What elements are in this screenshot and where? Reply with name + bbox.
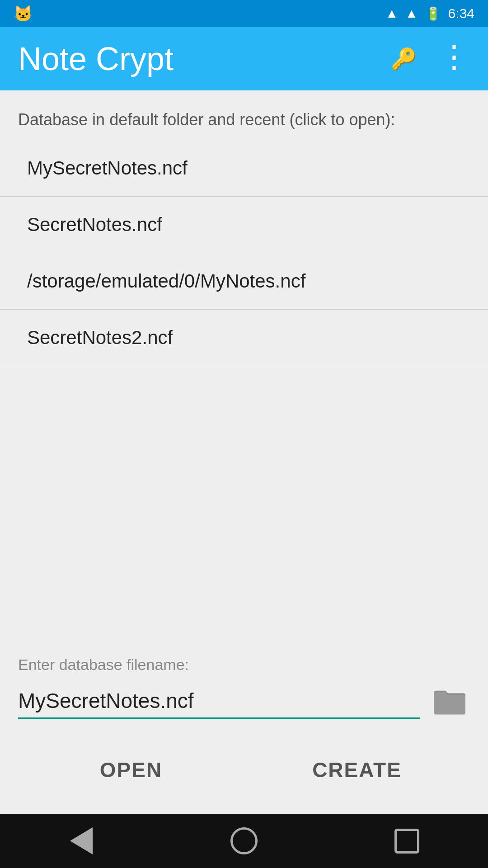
back-icon (70, 827, 93, 854)
list-item[interactable]: MySecretNotes.ncf (0, 140, 488, 197)
status-bar-left: 🐱 (14, 5, 33, 23)
file-name: SecretNotes.ncf (27, 214, 162, 235)
status-time: 6:34 (448, 6, 474, 21)
folder-icon (434, 688, 465, 715)
file-name: SecretNotes2.ncf (27, 327, 173, 348)
action-buttons: OPEN CREATE (18, 744, 470, 796)
app-title: Note Crypt (18, 40, 174, 77)
signal-icon: ▲ (405, 6, 418, 21)
wifi-icon: ▲ (385, 6, 398, 21)
list-item[interactable]: /storage/emulated/0/MyNotes.ncf (0, 253, 488, 310)
file-name: /storage/emulated/0/MyNotes.ncf (27, 270, 305, 292)
back-button[interactable] (63, 823, 99, 859)
open-button[interactable]: OPEN (18, 744, 244, 796)
filename-input[interactable] (18, 684, 420, 719)
toolbar-actions: 🔑 ⋮ (391, 47, 470, 71)
input-label: Enter database filename: (18, 656, 470, 674)
recents-button[interactable] (389, 823, 425, 859)
db-header: Database in default folder and recent (c… (0, 90, 488, 140)
svg-rect-1 (434, 694, 465, 714)
status-bar: 🐱 ▲ ▲ 🔋 6:34 (0, 0, 488, 27)
main-content: Database in default folder and recent (c… (0, 90, 488, 814)
folder-browse-button[interactable] (429, 681, 470, 722)
home-icon (230, 827, 258, 854)
status-bar-right: ▲ ▲ 🔋 6:34 (385, 6, 474, 21)
bottom-area: Enter database filename: OPEN CREATE (0, 642, 488, 814)
input-row (18, 681, 470, 722)
battery-icon: 🔋 (425, 6, 441, 21)
file-name: MySecretNotes.ncf (27, 157, 188, 179)
nav-bar (0, 814, 488, 868)
list-item[interactable]: SecretNotes2.ncf (0, 310, 488, 366)
key-icon[interactable]: 🔑 (391, 47, 416, 71)
home-button[interactable] (226, 823, 262, 859)
toolbar: Note Crypt 🔑 ⋮ (0, 27, 488, 90)
recents-icon (394, 829, 419, 854)
file-list: MySecretNotes.ncf SecretNotes.ncf /stora… (0, 140, 488, 642)
cat-icon: 🐱 (14, 5, 33, 23)
svg-rect-2 (434, 692, 447, 698)
create-button[interactable]: CREATE (244, 744, 470, 796)
list-item[interactable]: SecretNotes.ncf (0, 197, 488, 253)
